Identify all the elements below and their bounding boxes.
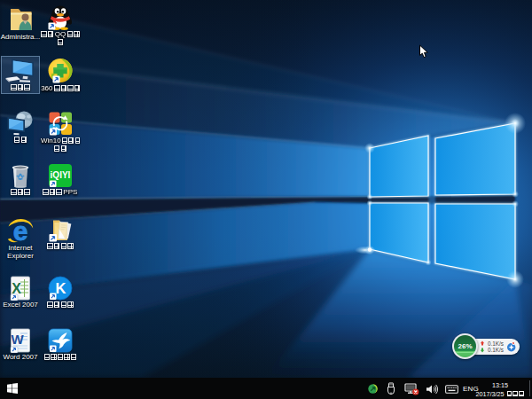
- svg-text:X: X: [12, 281, 21, 296]
- svg-text:W: W: [11, 332, 24, 347]
- svg-text:iQIYI: iQIYI: [51, 170, 71, 180]
- svg-text:K: K: [56, 280, 66, 296]
